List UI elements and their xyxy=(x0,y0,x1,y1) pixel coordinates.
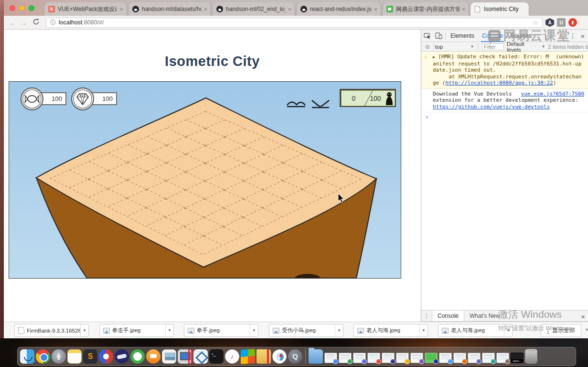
page-info-icon[interactable]: ⓘ xyxy=(50,19,56,27)
tab-handson-ml-notebook[interactable]: handson-ml/02_end_to_end × xyxy=(212,2,295,16)
refresh-icon[interactable] xyxy=(31,18,41,27)
devtools-tab-elements[interactable]: Elements xyxy=(447,30,478,42)
console-prompt[interactable]: › xyxy=(421,112,588,123)
download-caret-icon[interactable]: ▼ xyxy=(335,324,343,336)
minimized-window[interactable] xyxy=(324,353,337,363)
tab-react-redux[interactable]: react-and-redux/index.js at × xyxy=(296,2,381,16)
tab-vue-webpack[interactable]: 简 VUE+WebPack游戏设计：微 × xyxy=(44,2,127,16)
virtualbox-icon[interactable] xyxy=(193,349,208,364)
swirl-app-icon[interactable] xyxy=(99,349,113,364)
minimized-window[interactable] xyxy=(410,353,423,363)
window-zoom-button[interactable] xyxy=(29,5,34,11)
show-all-downloads-button[interactable]: ↓ 显示全部 xyxy=(541,324,582,337)
candy-icon[interactable] xyxy=(21,87,43,110)
stack-link[interactable]: http://localhost:8080/app.js:38:22 xyxy=(446,80,553,86)
drawer-tab-console[interactable]: Console xyxy=(432,311,464,321)
game-canvas[interactable]: 100 100 xyxy=(9,81,401,279)
warnings-badge-icon[interactable]: ⚠ xyxy=(559,32,564,39)
minimized-window[interactable] xyxy=(353,353,366,363)
terminal-icon[interactable] xyxy=(209,349,224,364)
devtools-tab-console[interactable]: Console xyxy=(478,30,507,42)
download-caret-icon[interactable]: ▼ xyxy=(165,324,173,336)
image-file-icon xyxy=(273,328,279,334)
quicktime-icon[interactable] xyxy=(288,349,302,364)
tab-handson-ml-datasets[interactable]: handson-ml/datasets/housin × xyxy=(128,2,211,16)
minimized-window[interactable] xyxy=(339,353,352,363)
applications-folder-icon[interactable] xyxy=(309,349,323,364)
trash-icon[interactable] xyxy=(525,349,537,364)
green-ring-app-icon[interactable] xyxy=(130,349,145,364)
launchpad-icon[interactable] xyxy=(52,349,66,364)
drawer-close-icon[interactable]: × xyxy=(581,311,585,322)
drawer-tab-whats-new[interactable]: What's New xyxy=(464,311,505,321)
context-selector[interactable]: top ▼ xyxy=(435,44,477,50)
download-item[interactable]: 拳击手.jpeg ▼ xyxy=(99,324,174,337)
window-minimize-button[interactable] xyxy=(19,5,25,11)
diamond-icon[interactable] xyxy=(71,87,94,110)
minimized-window[interactable] xyxy=(367,353,380,363)
tab-close-icon[interactable]: × xyxy=(203,6,207,12)
minimized-window[interactable] xyxy=(382,353,395,363)
extension-u-icon[interactable]: U xyxy=(557,18,566,27)
address-bar[interactable]: ⓘ localhost :8080/#/ ☆ xyxy=(46,18,543,28)
minimized-window[interactable] xyxy=(396,353,409,363)
vue-devtools-link[interactable]: https://github.com/vuejs/vue-devtools xyxy=(433,104,550,110)
inspect-element-icon[interactable] xyxy=(421,30,433,42)
files-folder-icon[interactable] xyxy=(257,349,271,364)
clear-console-icon[interactable]: ⊘ xyxy=(425,43,430,50)
tab-isometric-city-active[interactable]: Isometric City xyxy=(470,2,529,16)
tab-close-icon[interactable]: × xyxy=(461,6,465,12)
terrain-scene xyxy=(9,82,401,278)
device-toolbar-icon[interactable] xyxy=(433,30,444,42)
devtools-menu-icon[interactable]: ⋮ xyxy=(568,32,577,40)
minimized-window[interactable] xyxy=(453,353,466,363)
windows-app-icon[interactable] xyxy=(241,349,255,364)
minimized-window[interactable] xyxy=(439,353,452,363)
download-caret-icon[interactable]: ▼ xyxy=(419,324,428,336)
download-item[interactable]: 老人与海.jpeg ▼ xyxy=(438,324,513,337)
sublime-text-icon[interactable] xyxy=(83,349,97,364)
tab-close-icon[interactable]: × xyxy=(374,6,377,12)
console-info-message[interactable]: vue.esm.js?65d7:7580 Download the Vue De… xyxy=(421,89,588,113)
bookmark-star-icon[interactable]: ☆ xyxy=(533,19,538,26)
finder-icon[interactable] xyxy=(20,349,34,364)
back-icon[interactable]: ← xyxy=(8,19,18,27)
download-caret-icon[interactable]: ▼ xyxy=(504,324,512,336)
download-caret-icon[interactable]: ▼ xyxy=(250,324,258,336)
download-item[interactable]: 拳手.jpeg ▼ xyxy=(184,324,258,337)
minimized-window-green[interactable] xyxy=(425,353,438,363)
console-warning-message[interactable]: ⚠ (unknown) ▶ [HMR] Update check failed:… xyxy=(421,52,588,89)
expand-triangle-icon[interactable]: ▶ xyxy=(433,55,435,59)
extension-a-icon[interactable]: A xyxy=(545,18,554,27)
remote-desktop-icon[interactable] xyxy=(178,349,192,364)
itunes-icon[interactable] xyxy=(225,349,239,364)
tab-netease-study[interactable]: 网易云课堂-内容提供方管理 × xyxy=(382,2,469,16)
desktop-wallpaper-left-strip xyxy=(0,0,4,338)
minimized-window[interactable] xyxy=(468,353,481,363)
window-close-button[interactable] xyxy=(10,5,15,11)
log-levels-selector[interactable]: Default levels ▼ xyxy=(507,41,545,53)
drawer-menu-icon[interactable]: ⋮ xyxy=(421,311,432,321)
devtools-tab-sources[interactable]: Sources xyxy=(507,30,535,42)
minimized-window[interactable] xyxy=(496,353,509,363)
notes-icon[interactable] xyxy=(67,349,82,364)
downloadbar-collapse-icon[interactable]: ▾ xyxy=(586,327,588,332)
tab-close-icon[interactable]: × xyxy=(119,6,123,12)
console-filter-input[interactable]: Filter xyxy=(482,43,504,50)
safari-icon[interactable] xyxy=(272,349,287,364)
download-item[interactable]: FirmBank-9.3.3.16526.exe ▼ xyxy=(14,324,89,337)
ibooks-icon[interactable] xyxy=(146,349,160,364)
minimized-window[interactable] xyxy=(482,353,495,363)
chrome-icon[interactable] xyxy=(36,349,50,364)
download-item[interactable]: 受伤小鸟.jpeg ▼ xyxy=(269,324,343,337)
tab-close-icon[interactable]: × xyxy=(288,6,291,12)
eclipse-icon[interactable] xyxy=(115,349,129,364)
download-item[interactable]: 老人与海.jpeg ▼ xyxy=(353,324,428,337)
extension-download-icon[interactable]: ⬆ xyxy=(568,18,577,27)
forward-icon[interactable]: → xyxy=(18,19,29,27)
download-caret-icon[interactable]: ▼ xyxy=(80,324,88,336)
message-source-link[interactable]: vue.esm.js?65d7:7580 xyxy=(521,91,584,97)
minimized-terminal-window[interactable]: open... xyxy=(511,353,524,363)
devtools-close-icon[interactable]: × xyxy=(577,32,588,40)
preview-icon[interactable] xyxy=(162,349,176,364)
